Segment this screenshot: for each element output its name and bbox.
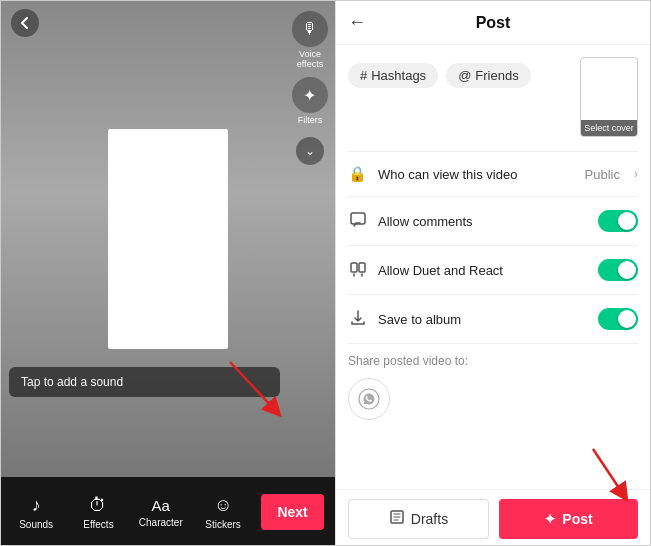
side-icons: 🎙 Voiceeffects ✦ Filters ⌄ <box>285 11 335 165</box>
post-title: Post <box>476 14 511 32</box>
video-white-area <box>108 129 228 349</box>
next-button[interactable]: Next <box>261 494 323 530</box>
friends-label: Friends <box>475 68 518 83</box>
allow-duet-toggle[interactable] <box>598 259 638 281</box>
allow-comments-label: Allow comments <box>378 214 588 229</box>
share-section: Share posted video to: <box>348 344 638 428</box>
voice-effects-icon: 🎙 <box>292 11 328 47</box>
lock-icon: 🔒 <box>348 165 368 183</box>
who-can-view-value: Public <box>585 167 620 182</box>
cover-tags-row: # Hashtags @ Friends Select cover <box>348 57 638 137</box>
setting-save-album: Save to album <box>348 295 638 344</box>
settings-list: 🔒 Who can view this video Public › Allow… <box>348 151 638 344</box>
hashtags-pill[interactable]: # Hashtags <box>348 63 438 88</box>
post-button[interactable]: ✦ Post <box>499 499 638 539</box>
back-button-left[interactable] <box>11 9 39 37</box>
svg-rect-2 <box>351 263 357 272</box>
share-label: Share posted video to: <box>348 354 638 368</box>
tap-sound-banner[interactable]: Tap to add a sound <box>9 367 280 397</box>
toolbar-effects[interactable]: ⏱ Effects <box>74 495 122 530</box>
tap-sound-text: Tap to add a sound <box>21 375 123 389</box>
voice-effects-label: Voiceeffects <box>297 49 323 69</box>
right-bottom-bar: Drafts ✦ Post <box>336 489 650 546</box>
post-label: Post <box>562 511 592 527</box>
back-button-right[interactable]: ← <box>348 12 366 33</box>
cover-label: Select cover <box>581 120 637 136</box>
effects-icon: ⏱ <box>89 495 107 516</box>
save-album-label: Save to album <box>378 312 588 327</box>
hashtags-label: Hashtags <box>371 68 426 83</box>
toggle-knob-2 <box>618 261 636 279</box>
setting-allow-comments: Allow comments <box>348 197 638 246</box>
toolbar-sounds[interactable]: ♪ Sounds <box>12 495 60 530</box>
save-icon <box>348 310 368 329</box>
save-album-toggle[interactable] <box>598 308 638 330</box>
drafts-button[interactable]: Drafts <box>348 499 489 539</box>
stickers-label: Stickers <box>205 519 241 530</box>
friends-pill[interactable]: @ Friends <box>446 63 531 88</box>
character-icon: Aa <box>152 497 170 514</box>
post-sparkle-icon: ✦ <box>544 511 556 527</box>
right-header: ← Post <box>336 1 650 45</box>
at-symbol: @ <box>458 68 471 83</box>
toolbar-stickers[interactable]: ☺ Stickers <box>199 495 247 530</box>
cover-thumbnail[interactable]: Select cover <box>580 57 638 137</box>
drafts-label: Drafts <box>411 511 448 527</box>
comment-icon <box>348 212 368 231</box>
drafts-icon <box>389 509 405 528</box>
bottom-toolbar: ♪ Sounds ⏱ Effects Aa Character ☺ Sticke… <box>1 477 335 546</box>
share-icons-row <box>348 378 638 420</box>
sounds-label: Sounds <box>19 519 53 530</box>
sounds-icon: ♪ <box>32 495 41 516</box>
character-label: Character <box>139 517 183 528</box>
allow-comments-toggle[interactable] <box>598 210 638 232</box>
left-panel: 🎙 Voiceeffects ✦ Filters ⌄ Tap to add a … <box>1 1 335 546</box>
chevron-right-icon: › <box>634 167 638 181</box>
hashtag-symbol: # <box>360 68 367 83</box>
whatsapp-share-button[interactable] <box>348 378 390 420</box>
setting-allow-duet: Allow Duet and React <box>348 246 638 295</box>
right-content: # Hashtags @ Friends Select cover 🔒 Who … <box>336 45 650 489</box>
toggle-knob-3 <box>618 310 636 328</box>
filters-icon: ✦ <box>292 77 328 113</box>
tags-area: # Hashtags @ Friends <box>348 57 570 88</box>
duet-icon <box>348 261 368 280</box>
toggle-knob <box>618 212 636 230</box>
filters-button[interactable]: ✦ Filters <box>288 77 332 125</box>
svg-rect-3 <box>359 263 365 272</box>
allow-duet-label: Allow Duet and React <box>378 263 588 278</box>
effects-label: Effects <box>83 519 113 530</box>
stickers-icon: ☺ <box>214 495 232 516</box>
right-panel: ← Post # Hashtags @ Friends Select cover <box>335 1 650 546</box>
filters-label: Filters <box>298 115 323 125</box>
chevron-down-button[interactable]: ⌄ <box>296 137 324 165</box>
setting-who-can-view[interactable]: 🔒 Who can view this video Public › <box>348 152 638 197</box>
voice-effects-button[interactable]: 🎙 Voiceeffects <box>288 11 332 69</box>
toolbar-character[interactable]: Aa Character <box>137 497 185 528</box>
who-can-view-label: Who can view this video <box>378 167 575 182</box>
